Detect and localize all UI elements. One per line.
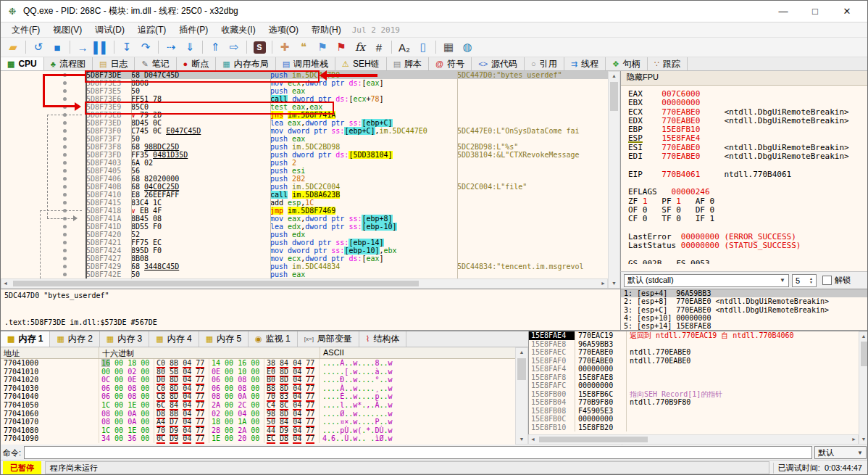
tab-CPU[interactable]: ▦CPU (1, 57, 44, 70)
step-over-icon[interactable]: ↷ (137, 39, 154, 55)
disasm-row[interactable]: 5D8F741D8D55 F0lea edx,dword ptr ss:[ebp… (1, 223, 608, 231)
tab-内存 5[interactable]: ▦内存 5 (199, 331, 249, 347)
memory-row[interactable]: 770410801C 00 1E 0070 D9 04 7728 00 2A 0… (1, 426, 515, 435)
tab-线程[interactable]: ⇉线程 (564, 57, 606, 70)
hide-fpu-button[interactable]: 隐藏FPU (621, 71, 868, 86)
scrollbar-thumb[interactable] (13, 281, 419, 286)
tab-脚本[interactable]: ▤脚本 (387, 57, 429, 70)
scrollbar-thumb[interactable] (610, 82, 618, 111)
stack-row[interactable]: 15E8FAF0770EABE0ntdll.770EABE0 (529, 357, 868, 365)
argument-row[interactable]: 2: [esp+8] 770EABE0 <ntdll.DbgUiRemoteBr… (621, 297, 868, 305)
memory-row[interactable]: 7704101000 00 02 0080 5B 04 770E 00 10 0… (1, 368, 515, 376)
stack-row[interactable]: 15E8FAFC00000000 (529, 381, 868, 390)
disasm-row[interactable]: 5D8F74278B08mov ecx,dword ptr ds:[eax] (1, 255, 608, 263)
tab-符号[interactable]: @符号 (429, 57, 472, 70)
menu-item-o[interactable]: 选项(O) (262, 23, 305, 36)
scroll-up-icon[interactable]: ▲ (859, 332, 868, 341)
argument-count-stepper[interactable]: 5 ▲▼ (792, 274, 817, 287)
stack-row[interactable]: 15E8FB08F45905E3 (529, 407, 868, 416)
tab-内存 4[interactable]: ▦内存 4 (149, 331, 199, 347)
scroll-down-icon[interactable]: ▼ (516, 435, 527, 444)
tab-监视 1[interactable]: ◉监视 1 (249, 331, 298, 347)
scrollbar-thumb[interactable] (861, 342, 867, 366)
disasm-row[interactable]: 5D8F741A8B45 08mov eax,dword ptr ss:[ebp… (1, 215, 608, 223)
step-into-icon[interactable]: ↧ (118, 39, 135, 55)
memory-row[interactable]: 7704104006 00 08 00C8 8D 04 7708 00 0A 0… (1, 392, 515, 401)
disasm-row[interactable]: 5D8F7418∨ EB 4Fjmp im.5D8F7469 (1, 207, 608, 215)
tab-内存 2[interactable]: ▦内存 2 (50, 331, 99, 347)
tab-局部变量[interactable]: [x=]局部变量 (298, 331, 359, 347)
az-icon[interactable]: A₂ (396, 39, 413, 55)
scroll-right-icon[interactable]: ► (601, 279, 606, 288)
disasm-horizontal-scrollbar[interactable]: ◄ ► (1, 278, 608, 289)
argument-row[interactable]: 4: [esp+10] 00000000 (621, 314, 868, 322)
tab-日志[interactable]: ▤日志 (93, 57, 135, 70)
disasm-row[interactable]: 5D8F73ED8D45 0Clea eax,dword ptr ss:[ebp… (1, 119, 608, 127)
attach-icon[interactable]: ⇨ (225, 39, 243, 55)
tab-源代码[interactable]: <>源代码 (472, 57, 525, 70)
run-to-user-code-icon[interactable]: ⇢ (162, 39, 180, 55)
stack-row[interactable]: 15E8FAEC770EABE0ntdll.770EABE0 (529, 348, 868, 357)
stack-vertical-scrollbar[interactable]: ▲ ▼ (859, 331, 868, 445)
argument-row[interactable]: 1: [esp+4] 96A59BB3 (621, 289, 868, 297)
disasm-row[interactable]: 5D8F73F868 98BDC25Dpush im.5DC2BD985DC2B… (1, 143, 608, 151)
disasm-row[interactable]: 5D8F742E50push eax (1, 270, 608, 278)
stack-row[interactable]: 15E8FAE4770EAC19返回到 ntdll.770EAC19 自 ntd… (529, 331, 868, 340)
unlock-checkbox[interactable] (822, 276, 832, 285)
scroll-down-icon[interactable]: ▼ (609, 279, 619, 288)
tab-笔记[interactable]: ✎笔记 (135, 57, 176, 70)
argument-row[interactable]: 3: [esp+C] 770EABE0 <ntdll.DbgUiRemoteBr… (621, 306, 868, 314)
memory-row[interactable]: 7704100016 00 18 00C0 8B 04 7714 00 16 0… (1, 359, 515, 368)
pause-icon[interactable]: ▌▌ (93, 39, 110, 55)
tab-句柄[interactable]: ❖句柄 (606, 57, 648, 70)
scroll-left-icon[interactable]: ◄ (530, 435, 535, 444)
memory-row[interactable]: 7704103006 00 08 00C0 8D 04 7706 00 08 0… (1, 384, 515, 393)
memory-row[interactable]: 7704107008 00 0A 00A4 D7 04 7718 00 1A 0… (1, 418, 515, 426)
tab-跟踪[interactable]: ∵跟踪 (648, 57, 688, 70)
menu-item-v[interactable]: 视图(V) (46, 23, 88, 36)
scroll-up-icon[interactable]: ▲ (516, 348, 527, 357)
arguments-pane[interactable]: 1: [esp+4] 96A59BB32: [esp+8] 770EABE0 <… (620, 289, 868, 331)
scylla-icon[interactable]: S (251, 39, 268, 55)
tab-内存布局[interactable]: ▦内存布局 (216, 57, 275, 70)
disasm-row[interactable]: 5D8F7424895D F0mov dword ptr ss:[ebp-10]… (1, 247, 608, 255)
comment-icon[interactable]: ❝ (295, 39, 312, 55)
stack-row[interactable]: 15E8FAF400000000 (529, 365, 868, 373)
stack-row[interactable]: 15E8FAF815E8FAE8 (529, 373, 868, 382)
minimize-button[interactable]: — (767, 1, 799, 22)
stepper-arrows-icon[interactable]: ▲▼ (809, 277, 813, 284)
disasm-row[interactable]: 5D8F741583C4 1Cadd esp,1C (1, 199, 608, 207)
stack-row[interactable]: 15E8FB04770B9F80ntdll.770B9F80 (529, 398, 868, 407)
scroll-left-icon[interactable]: ◄ (3, 279, 8, 288)
disasm-row[interactable]: 5D8F73F750push eax (1, 135, 608, 143)
tab-调用堆栈[interactable]: ▤调用堆栈 (276, 57, 335, 70)
scroll-up-icon[interactable]: ▲ (609, 72, 619, 80)
menu-item-f[interactable]: 文件(F) (5, 23, 46, 36)
stack-pane[interactable]: 15E8FAE4770EAC19返回到 ntdll.770EAC19 自 ntd… (528, 331, 868, 445)
tab-断点[interactable]: ●断点 (177, 57, 217, 70)
close-button[interactable]: ✕ (831, 1, 863, 22)
scroll-right-icon[interactable]: ► (851, 435, 856, 444)
menu-item-i[interactable]: 收藏夹(I) (214, 23, 262, 36)
scrollbar-thumb[interactable] (539, 437, 648, 442)
menu-item-p[interactable]: 插件(P) (172, 23, 214, 36)
function-icon[interactable]: fx (351, 39, 369, 55)
argument-row[interactable]: 5: [esp+14] 15E8FAE8 (621, 322, 868, 330)
stack-row[interactable]: 15E8FB1015E8FB20 (529, 424, 868, 432)
memory-row[interactable]: 7704109034 00 36 000C D9 04 771E 00 20 0… (1, 434, 515, 443)
tab-内存 3[interactable]: ▦内存 3 (100, 331, 149, 347)
disasm-row[interactable]: 5D8F742968 3448C45Dpush im.5DC448345DC44… (1, 263, 608, 270)
registers-list[interactable]: EAX 007C6000EBX 00000000ECX 770EABE0 <nt… (621, 86, 868, 264)
tab-引用[interactable]: ○引用 (525, 57, 564, 70)
disasm-row[interactable]: 5D8F740668 82020000push 282 (1, 175, 608, 183)
open-file-icon[interactable]: ▰ (4, 39, 22, 55)
patches-icon[interactable]: ✚ (276, 39, 293, 55)
stack-horizontal-scrollbar[interactable]: ◄ ► (528, 434, 859, 445)
disasm-row[interactable]: 5D8F74036A 02push 2 (1, 159, 608, 167)
tab-SEH链[interactable]: ⚠SEH链 (335, 57, 387, 70)
disasm-row[interactable]: 5D8F7421FF75 ECpush dword ptr ss:[ebp-14… (1, 239, 608, 247)
memory-dump[interactable]: 7704100016 00 18 00C0 8B 04 7714 00 16 0… (1, 359, 515, 445)
scrollbar-thumb[interactable] (517, 358, 526, 380)
memory-vertical-scrollbar[interactable]: ▲ ▼ (515, 347, 528, 445)
memory-row[interactable]: 7704106008 00 0A 00D8 8B 04 7702 00 04 0… (1, 410, 515, 418)
